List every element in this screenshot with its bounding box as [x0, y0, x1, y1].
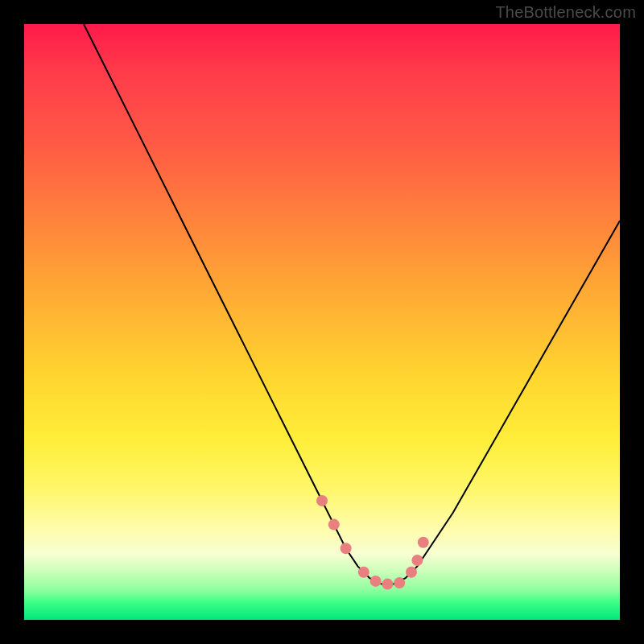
- highlight-dot: [328, 519, 340, 530]
- highlight-dot: [411, 555, 423, 566]
- highlight-dot: [341, 543, 352, 554]
- watermark-text: TheBottleneck.com: [495, 3, 636, 22]
- chart-frame: TheBottleneck.com: [0, 0, 644, 644]
- highlight-dot: [358, 567, 369, 578]
- highlight-dot: [394, 577, 405, 588]
- highlight-dot: [316, 495, 328, 506]
- plot-area: [24, 24, 620, 620]
- curve-layer: [24, 24, 620, 620]
- highlight-dot: [418, 537, 429, 548]
- highlighted-dots: [316, 495, 429, 590]
- highlight-dot: [406, 567, 417, 578]
- highlight-dot: [382, 579, 393, 590]
- highlight-dot: [370, 576, 382, 587]
- bottleneck-curve: [84, 24, 620, 584]
